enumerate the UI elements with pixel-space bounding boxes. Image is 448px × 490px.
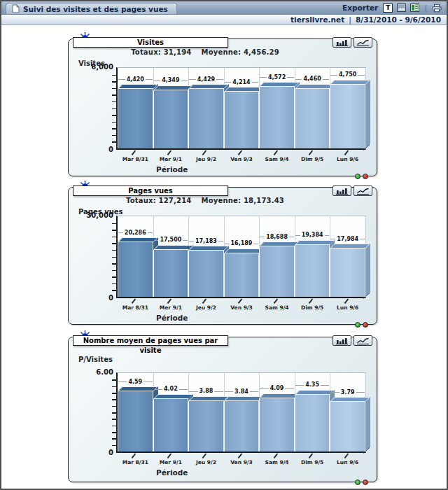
chart-title: Nombre moyen de pages vues par visite: [83, 337, 218, 354]
x-axis-label: Mer 9/1: [160, 156, 182, 162]
moyenne-value: 4,456.29: [244, 48, 279, 56]
bar-chart-icon: [335, 39, 349, 46]
green-status-dot: [355, 174, 360, 179]
bar-Jeu 9/2: [188, 89, 224, 148]
bar-Jeu 9/2: [188, 251, 224, 297]
bar-Mer 9/1: [153, 399, 189, 451]
x-axis-label: Dim 9/5: [301, 304, 323, 311]
exporter-label: Exporter: [342, 4, 378, 12]
chart-panel-visites: Visites Totaux: 31,194Moyenne: 4,456.29 …: [68, 38, 377, 176]
line-chart-button[interactable]: [354, 335, 372, 346]
line-chart-icon: [356, 39, 370, 46]
x-axis-label: Mar 8/31: [122, 459, 148, 465]
bar-Ven 9/3: [224, 401, 260, 451]
report-tab[interactable]: Suivi des visites et des pages vues: [6, 3, 177, 14]
x-axis-label: Lun 9/6: [337, 156, 358, 162]
site-name: tierslivre.net: [290, 15, 344, 24]
status-dots: [355, 174, 368, 179]
bar-chart-button[interactable]: [332, 186, 351, 196]
totaux-value: 127,214: [159, 197, 192, 204]
chart-type-switch: [332, 37, 372, 48]
x-axis-label: Ven 9/3: [230, 156, 253, 162]
x-axis-title: Période: [156, 314, 188, 322]
red-status-dot: [363, 322, 368, 328]
totaux-value: 31,194: [164, 48, 192, 56]
chart-title-tab: Nombre moyen de pages vues par visite: [73, 335, 228, 346]
excel-export-icon[interactable]: [410, 4, 419, 13]
y-axis-title: P/Visites: [78, 356, 113, 363]
chart-title-tab: Pages vues: [73, 186, 228, 196]
report-tab-label: Suivi des visites et des pages vues: [23, 5, 168, 13]
bar-value-label: 17,984: [326, 236, 370, 242]
y-max-label: 30,000: [81, 211, 113, 219]
bar-Ven 9/3: [224, 253, 260, 297]
text-export-icon[interactable]: T: [383, 4, 393, 13]
bar-Dim 9/5: [295, 245, 330, 297]
x-axis-title: Période: [156, 165, 188, 174]
bar-chart-icon: [335, 188, 349, 195]
image-export-icon[interactable]: [396, 4, 406, 13]
x-axis-label: Mar 8/31: [122, 304, 148, 311]
line-chart-icon: [356, 337, 370, 344]
x-axis-label: Dim 9/5: [301, 156, 323, 162]
red-status-dot: [363, 174, 368, 179]
plot-area: 6.00 0 4.59Mar 8/314.02Mer 9/13.88Jeu 9/…: [116, 372, 366, 453]
chart-title-tab: Visites: [73, 37, 228, 48]
x-axis-label: Jeu 9/2: [196, 156, 216, 162]
moyenne-value: 18,173.43: [244, 197, 284, 204]
printer-icon[interactable]: [432, 4, 442, 13]
x-axis-label: Sam 9/4: [265, 459, 289, 465]
red-status-dot: [363, 479, 368, 485]
bar-value-label: 16,189: [220, 240, 264, 246]
bar-Sam 9/4: [259, 398, 295, 451]
chart-type-switch: [332, 186, 372, 196]
x-axis-label: Mar 8/31: [122, 156, 148, 162]
bar-Lun 9/6: [330, 248, 365, 297]
chart-type-switch: [332, 335, 372, 346]
toolbar-separator: |: [424, 4, 427, 13]
bar-Lun 9/6: [330, 85, 365, 148]
bar-Dim 9/5: [295, 395, 330, 451]
x-axis-label: Sam 9/4: [265, 304, 289, 311]
chart-title: Pages vues: [128, 187, 173, 195]
bar-Mar 8/31: [118, 391, 153, 451]
y-min-label: 0: [81, 294, 113, 302]
document-icon: [12, 4, 20, 13]
bar-value-label: 3.79: [326, 389, 370, 396]
bar-Mar 8/31: [118, 242, 153, 297]
x-axis-label: Jeu 9/2: [196, 304, 216, 311]
x-axis-label: Mer 9/1: [160, 459, 182, 465]
report-context-bar: tierslivre.net | 8/31/2010 - 9/6/2010: [1, 15, 447, 25]
bar-chart-button[interactable]: [332, 37, 351, 48]
bar-chart-button[interactable]: [332, 335, 351, 346]
x-axis-label: Dim 9/5: [301, 459, 323, 465]
chart-panel-pages-par-visite: Nombre moyen de pages vues par visite P/…: [68, 337, 377, 482]
x-axis-label: Ven 9/3: [230, 304, 253, 311]
report-body: Visites Totaux: 31,194Moyenne: 4,456.29 …: [1, 38, 447, 490]
x-axis-title: Période: [156, 468, 188, 477]
date-range: 8/31/2010 - 9/6/2010: [356, 15, 441, 24]
x-axis-label: Lun 9/6: [337, 304, 358, 311]
bar-value-label: 4.59: [113, 379, 158, 385]
context-divider: |: [349, 15, 351, 24]
y-min-label: 0: [81, 449, 113, 456]
line-chart-button[interactable]: [354, 37, 372, 48]
chart-title: Visites: [137, 38, 164, 46]
bar-value-label: 4.35: [290, 382, 335, 388]
bar-Dim 9/5: [295, 89, 330, 148]
top-toolbar: Suivi des visites et des pages vues Expo…: [1, 1, 447, 15]
bar-Lun 9/6: [330, 402, 365, 451]
bar-chart-icon: [335, 337, 349, 344]
line-chart-button[interactable]: [354, 186, 372, 196]
x-axis-label: Mer 9/1: [160, 304, 182, 311]
green-status-dot: [355, 479, 360, 485]
x-axis-label: Sam 9/4: [265, 156, 289, 162]
y-min-label: 0: [81, 146, 113, 153]
plot-area: 6,000 0 4,420Mar 8/314,349Mer 9/14,429Je…: [116, 67, 366, 150]
y-max-label: 6,000: [81, 63, 113, 71]
green-status-dot: [355, 322, 360, 328]
bar-value-label: 4,750: [326, 71, 370, 78]
analytics-window: Suivi des visites et des pages vues Expo…: [0, 0, 448, 490]
plot-area: 30,000 0 20,286Mar 8/3117,500Mer 9/117,1…: [116, 216, 366, 298]
bar-Sam 9/4: [259, 246, 295, 297]
